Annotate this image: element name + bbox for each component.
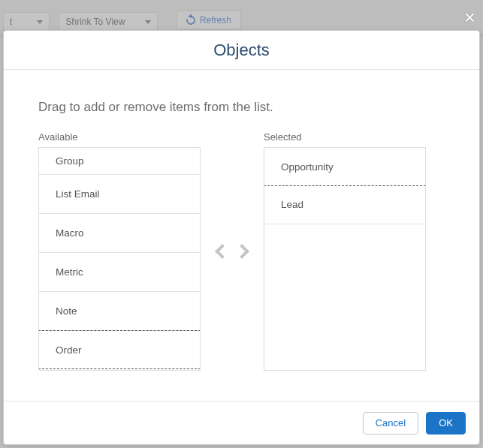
available-item[interactable]: Macro xyxy=(39,214,200,253)
available-column: Available Group List Email Macro Metric … xyxy=(38,131,201,371)
available-listbox[interactable]: Group List Email Macro Metric Note Order xyxy=(38,147,201,371)
available-item[interactable]: Note xyxy=(39,292,200,331)
modal-footer: Cancel OK xyxy=(4,401,479,444)
modal-body: Drag to add or remove items from the lis… xyxy=(4,70,479,401)
available-item[interactable]: Order xyxy=(38,330,201,369)
available-item[interactable]: Metric xyxy=(39,253,200,292)
cancel-button[interactable]: Cancel xyxy=(363,412,418,434)
available-item[interactable]: List Email xyxy=(39,175,200,214)
selected-label: Selected xyxy=(264,131,426,143)
transfer-arrows xyxy=(201,140,264,363)
selected-column: Selected Opportunity Lead xyxy=(264,131,426,371)
objects-modal: Objects Drag to add or remove items from… xyxy=(3,30,480,445)
ok-button[interactable]: OK xyxy=(426,412,466,434)
modal-title: Objects xyxy=(4,31,479,70)
modal-instruction: Drag to add or remove items from the lis… xyxy=(38,100,445,115)
close-icon[interactable]: × xyxy=(464,8,475,27)
selected-item[interactable]: Lead xyxy=(264,185,425,224)
available-item[interactable]: Group xyxy=(39,148,200,175)
selected-item[interactable]: Opportunity xyxy=(264,147,426,186)
chevron-right-icon[interactable] xyxy=(234,244,249,259)
chevron-left-icon[interactable] xyxy=(215,244,230,259)
available-label: Available xyxy=(38,131,201,143)
selected-listbox[interactable]: Opportunity Lead xyxy=(264,147,426,371)
